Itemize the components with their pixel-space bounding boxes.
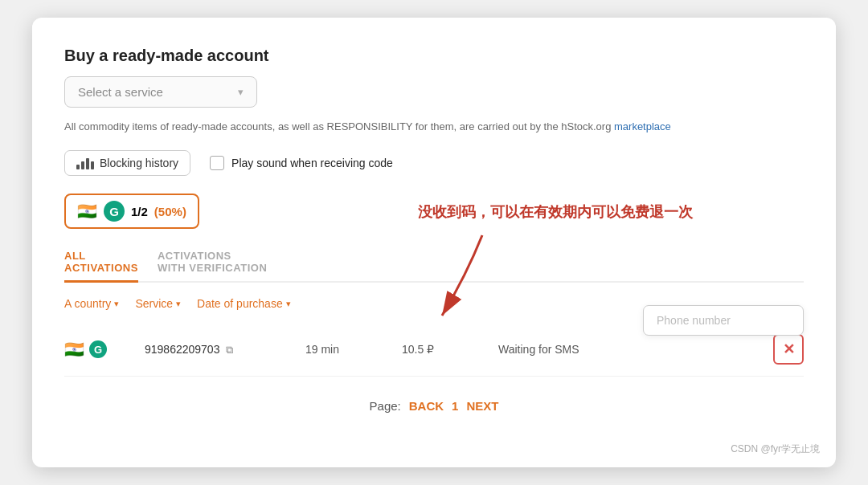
- row-service-icon: G: [89, 340, 107, 358]
- chevron-down-icon: ▾: [286, 299, 291, 309]
- country-filter-label: A country: [64, 297, 111, 310]
- sound-check-container: Play sound when receiving code: [210, 156, 393, 170]
- row-time: 19 min: [305, 343, 402, 356]
- row-flag-icon: 🇮🇳: [64, 340, 84, 359]
- country-filter[interactable]: A country ▾: [64, 297, 119, 310]
- chatgpt-icon: G: [104, 201, 125, 222]
- sound-label: Play sound when receiving code: [231, 157, 393, 169]
- row-phone-number: 919862209703 ⧉: [145, 343, 305, 357]
- service-filter-label: Service: [135, 297, 173, 310]
- account-badge: 🇮🇳 G 1/2 (50%): [64, 194, 199, 229]
- date-filter-label: Date of purchase: [197, 297, 283, 310]
- sound-checkbox[interactable]: [210, 156, 224, 170]
- pagination-back-button[interactable]: BACK: [409, 399, 444, 413]
- watermark: CSDN @fyr学无止境: [731, 442, 820, 456]
- tabs-container: ALLACTIVATIONS ACTIVATIONSWITH VERIFICAT…: [64, 243, 804, 283]
- chevron-down-icon: ▾: [176, 299, 181, 309]
- pagination: Page: BACK 1 NEXT: [64, 399, 804, 413]
- copy-icon[interactable]: ⧉: [226, 344, 233, 357]
- main-window: Buy a ready-made account Select a servic…: [32, 18, 836, 467]
- tab-activations-with-verification[interactable]: ACTIVATIONSWITH VERIFICATION: [158, 243, 267, 283]
- account-percent: (50%): [154, 205, 186, 218]
- info-text: All commodity items of ready-made accoun…: [64, 120, 675, 132]
- india-flag-icon: 🇮🇳: [77, 202, 97, 221]
- row-action: ✕: [755, 334, 804, 365]
- blocking-history-label: Blocking history: [100, 157, 178, 169]
- account-ratio: 1/2: [131, 205, 148, 218]
- service-filter[interactable]: Service ▾: [135, 297, 181, 310]
- blocking-history-button[interactable]: Blocking history: [64, 150, 190, 176]
- tab-all-activations[interactable]: ALLACTIVATIONS: [64, 243, 138, 283]
- chevron-down-icon: ▾: [114, 299, 119, 309]
- date-filter[interactable]: Date of purchase ▾: [197, 297, 291, 310]
- marketplace-link[interactable]: marketplace: [614, 120, 671, 132]
- select-service-label: Select a service: [78, 85, 163, 99]
- pagination-page-number[interactable]: 1: [452, 399, 458, 413]
- bar-chart-icon: [76, 157, 94, 169]
- phone-number-input[interactable]: Phone number: [643, 305, 804, 336]
- row-flags: 🇮🇳 G: [64, 340, 145, 359]
- pagination-next-button[interactable]: NEXT: [466, 399, 498, 413]
- chevron-down-icon: ▾: [238, 86, 244, 98]
- cancel-button[interactable]: ✕: [773, 334, 804, 365]
- annotation-text: 没收到码，可以在有效期内可以免费退一次: [418, 202, 693, 222]
- row-price: 10.5 ₽: [402, 343, 498, 356]
- phone-number-placeholder: Phone number: [657, 314, 731, 327]
- page-title: Buy a ready-made account: [64, 47, 804, 65]
- row-status: Waiting for SMS: [498, 343, 755, 356]
- pagination-label: Page:: [370, 399, 401, 413]
- toolbar: Blocking history Play sound when receivi…: [64, 150, 804, 176]
- select-service-dropdown[interactable]: Select a service ▾: [64, 76, 257, 108]
